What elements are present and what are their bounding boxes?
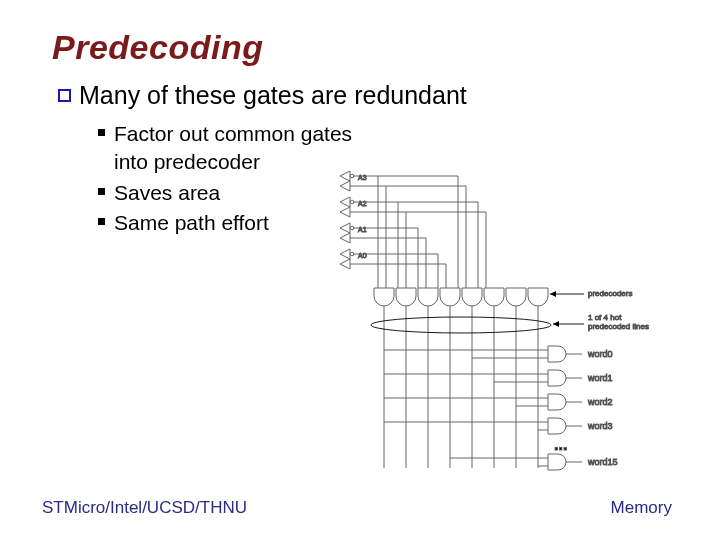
label-predecoders: predecoders — [588, 289, 632, 298]
label-word2: word2 — [587, 397, 613, 407]
bullet1-text: Many of these gates are redundant — [79, 81, 467, 110]
label-word1: word1 — [587, 373, 613, 383]
slide-title: Predecoding — [52, 28, 676, 67]
hollow-square-icon — [58, 89, 71, 102]
vertical-rails — [350, 176, 486, 288]
label-word15: word15 — [587, 457, 618, 467]
bullet-level1: Many of these gates are redundant — [58, 81, 676, 110]
label-hot1: 1 of 4 hot — [588, 313, 622, 322]
label-word0: word0 — [587, 349, 613, 359]
svg-point-34 — [371, 317, 551, 333]
square-bullet-icon — [98, 188, 105, 195]
svg-marker-36 — [553, 321, 559, 327]
word-gates: word0 word1 word2 — [384, 346, 618, 470]
footer-left: STMicro/Intel/UCSD/THNU — [42, 498, 247, 518]
label-a3: A3 — [358, 174, 367, 181]
footer-right: Memory — [611, 498, 672, 518]
label-a2: A2 — [358, 200, 367, 207]
sub3-text: Same path effort — [114, 209, 269, 237]
predecoder-diagram: A3 A2 A1 A0 — [338, 168, 678, 478]
svg-marker-25 — [550, 291, 556, 297]
square-bullet-icon — [98, 218, 105, 225]
label-hot2: predecoded lines — [588, 322, 649, 331]
predecoded-rails — [384, 306, 538, 468]
square-bullet-icon — [98, 129, 105, 136]
label-word3: word3 — [587, 421, 613, 431]
label-a1: A1 — [358, 226, 367, 233]
label-a0: A0 — [358, 252, 367, 259]
predecoder-gates — [374, 288, 548, 306]
sub2-text: Saves area — [114, 179, 220, 207]
dots-icon: ... — [554, 436, 567, 453]
